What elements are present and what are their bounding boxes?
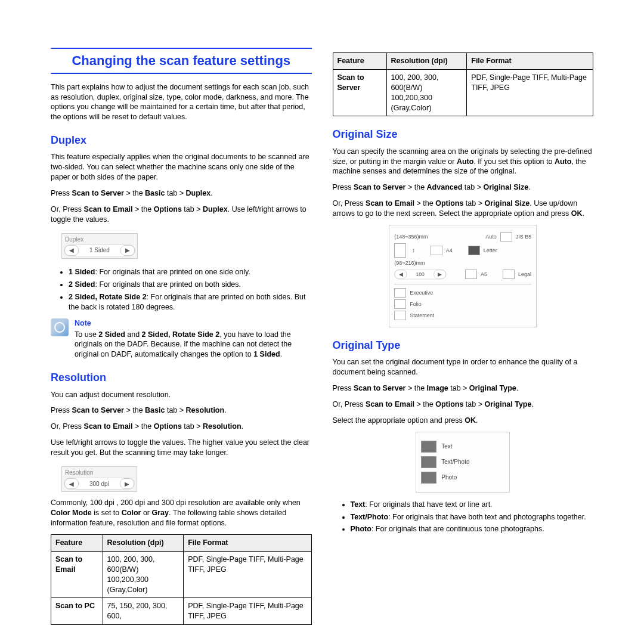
- original-type-list: Text: For originals that have text or li…: [333, 500, 594, 535]
- table-row: Scan to PC75, 150, 200, 300, 600,PDF, Si…: [51, 598, 312, 625]
- resolution-stepper[interactable]: Resolution ◀ 300 dpi ▶: [61, 466, 137, 493]
- duplex-note: Note To use 2 Sided and 2 Sided, Rotate …: [51, 318, 312, 360]
- original-size-heading: Original Size: [333, 127, 594, 141]
- original-size-desc: You can specify the scanning area on the…: [333, 147, 594, 177]
- chevron-right-icon[interactable]: ▶: [120, 245, 135, 256]
- resolution-press: Press Scan to Server > the Basic tab > R…: [51, 405, 312, 416]
- duplex-desc: This feature especially applies when the…: [51, 152, 312, 182]
- resolution-note1: Use left/right arrows to toggle the valu…: [51, 438, 312, 458]
- resolution-table-left: FeatureResolution (dpi)File Format Scan …: [51, 534, 312, 625]
- resolution-note2: Commonly, 100 dpi , 200 dpi and 300 dpi …: [51, 498, 312, 528]
- duplex-heading: Duplex: [51, 133, 312, 147]
- table-row: Scan to Email100, 200, 300, 600(B/W) 100…: [51, 551, 312, 598]
- original-size-panel[interactable]: (148~356)mmAutoJIS B5 ↕A4Letter (98~216)…: [389, 225, 537, 327]
- original-size-or: Or, Press Scan to Email > the Options ta…: [333, 199, 594, 219]
- original-size-press: Press Scan to Server > the Advanced tab …: [333, 182, 594, 193]
- chevron-left-icon[interactable]: ◀: [64, 478, 79, 489]
- original-type-desc: You can set the original document type i…: [333, 357, 594, 377]
- duplex-stepper[interactable]: Duplex ◀ 1 Sided ▶: [61, 233, 138, 259]
- chevron-left-icon[interactable]: ◀: [64, 245, 79, 256]
- resolution-or: Or, Press Scan to Email > the Options ta…: [51, 422, 312, 432]
- original-type-or: Or, Press Scan to Email > the Options ta…: [333, 400, 594, 410]
- resolution-table-right: FeatureResolution (dpi)File Format Scan …: [333, 52, 594, 116]
- original-type-press: Press Scan to Server > the Image tab > O…: [333, 383, 594, 394]
- chevron-right-icon[interactable]: ▶: [120, 478, 134, 489]
- chevron-left-icon[interactable]: ◀: [395, 270, 407, 278]
- page-title: Changing the scan feature settings: [51, 48, 312, 74]
- resolution-heading: Resolution: [51, 370, 312, 385]
- duplex-or: Or, Press Scan to Email > the Options ta…: [51, 205, 312, 225]
- duplex-options-list: 1 Sided: For originals that are printed …: [51, 267, 312, 312]
- chevron-right-icon[interactable]: ▶: [434, 270, 445, 278]
- resolution-desc: You can adjust document resolution.: [51, 390, 312, 400]
- note-icon: [51, 318, 69, 336]
- original-type-panel[interactable]: Text Text/Photo Photo: [416, 432, 510, 493]
- original-type-select: Select the appropriate option and press …: [333, 416, 594, 426]
- duplex-press: Press Scan to Server > the Basic tab > D…: [51, 188, 312, 199]
- intro-paragraph: This part explains how to adjust the doc…: [51, 82, 312, 123]
- original-type-heading: Original Type: [333, 338, 594, 352]
- table-row: Scan to Server100, 200, 300, 600(B/W) 10…: [333, 69, 593, 116]
